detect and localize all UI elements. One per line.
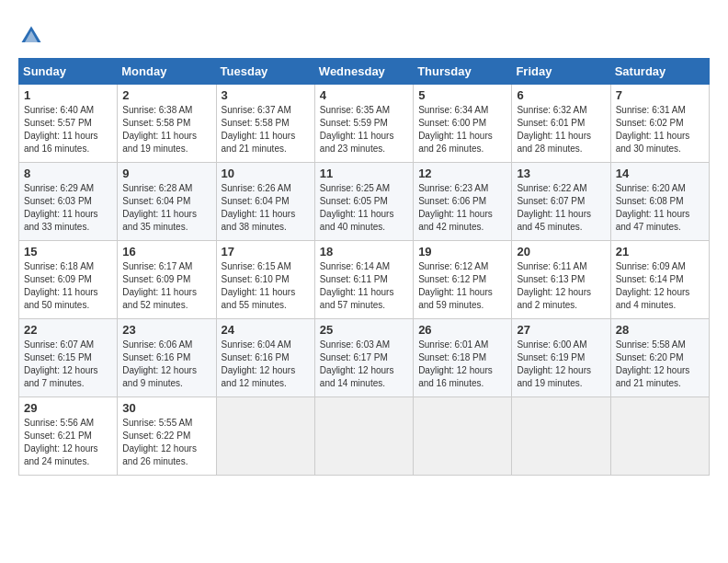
week-row: 29 Sunrise: 5:56 AMSunset: 6:21 PMDaylig… bbox=[19, 397, 710, 476]
logo bbox=[18, 23, 48, 49]
table-row: 25 Sunrise: 6:03 AMSunset: 6:17 PMDaylig… bbox=[314, 319, 413, 397]
col-sunday: Sunday bbox=[19, 59, 118, 85]
calendar-table: Sunday Monday Tuesday Wednesday Thursday… bbox=[18, 58, 710, 476]
table-row: 19 Sunrise: 6:12 AMSunset: 6:12 PMDaylig… bbox=[414, 241, 512, 319]
col-saturday: Saturday bbox=[610, 59, 709, 85]
table-row: 4 Sunrise: 6:35 AMSunset: 5:59 PMDayligh… bbox=[314, 85, 413, 163]
week-row: 8 Sunrise: 6:29 AMSunset: 6:03 PMDayligh… bbox=[19, 163, 710, 241]
table-row: 12 Sunrise: 6:23 AMSunset: 6:06 PMDaylig… bbox=[414, 163, 512, 241]
col-wednesday: Wednesday bbox=[314, 59, 413, 85]
table-row: 7 Sunrise: 6:31 AMSunset: 6:02 PMDayligh… bbox=[610, 85, 709, 163]
col-thursday: Thursday bbox=[414, 59, 512, 85]
page-header bbox=[18, 18, 710, 49]
table-row: 3 Sunrise: 6:37 AMSunset: 5:58 PMDayligh… bbox=[216, 85, 314, 163]
empty-cell bbox=[314, 397, 413, 476]
week-row: 15 Sunrise: 6:18 AMSunset: 6:09 PMDaylig… bbox=[19, 241, 710, 319]
table-row: 8 Sunrise: 6:29 AMSunset: 6:03 PMDayligh… bbox=[19, 163, 118, 241]
table-row: 28 Sunrise: 5:58 AMSunset: 6:20 PMDaylig… bbox=[610, 319, 709, 397]
logo-icon bbox=[18, 23, 44, 49]
table-row: 29 Sunrise: 5:56 AMSunset: 6:21 PMDaylig… bbox=[19, 397, 118, 476]
empty-cell bbox=[512, 397, 610, 476]
table-row: 18 Sunrise: 6:14 AMSunset: 6:11 PMDaylig… bbox=[314, 241, 413, 319]
empty-cell bbox=[216, 397, 314, 476]
table-row: 22 Sunrise: 6:07 AMSunset: 6:15 PMDaylig… bbox=[19, 319, 118, 397]
table-row: 9 Sunrise: 6:28 AMSunset: 6:04 PMDayligh… bbox=[118, 163, 216, 241]
week-row: 1 Sunrise: 6:40 AMSunset: 5:57 PMDayligh… bbox=[19, 85, 710, 163]
col-tuesday: Tuesday bbox=[216, 59, 314, 85]
table-row: 21 Sunrise: 6:09 AMSunset: 6:14 PMDaylig… bbox=[610, 241, 709, 319]
table-row: 1 Sunrise: 6:40 AMSunset: 5:57 PMDayligh… bbox=[19, 85, 118, 163]
table-row: 13 Sunrise: 6:22 AMSunset: 6:07 PMDaylig… bbox=[512, 163, 610, 241]
table-row: 24 Sunrise: 6:04 AMSunset: 6:16 PMDaylig… bbox=[216, 319, 314, 397]
empty-cell bbox=[414, 397, 512, 476]
table-row: 11 Sunrise: 6:25 AMSunset: 6:05 PMDaylig… bbox=[314, 163, 413, 241]
empty-cell bbox=[610, 397, 709, 476]
table-row: 26 Sunrise: 6:01 AMSunset: 6:18 PMDaylig… bbox=[414, 319, 512, 397]
col-friday: Friday bbox=[512, 59, 610, 85]
table-row: 16 Sunrise: 6:17 AMSunset: 6:09 PMDaylig… bbox=[118, 241, 216, 319]
table-row: 17 Sunrise: 6:15 AMSunset: 6:10 PMDaylig… bbox=[216, 241, 314, 319]
week-row: 22 Sunrise: 6:07 AMSunset: 6:15 PMDaylig… bbox=[19, 319, 710, 397]
table-row: 20 Sunrise: 6:11 AMSunset: 6:13 PMDaylig… bbox=[512, 241, 610, 319]
table-row: 5 Sunrise: 6:34 AMSunset: 6:00 PMDayligh… bbox=[414, 85, 512, 163]
table-row: 10 Sunrise: 6:26 AMSunset: 6:04 PMDaylig… bbox=[216, 163, 314, 241]
table-row: 2 Sunrise: 6:38 AMSunset: 5:58 PMDayligh… bbox=[118, 85, 216, 163]
table-row: 14 Sunrise: 6:20 AMSunset: 6:08 PMDaylig… bbox=[610, 163, 709, 241]
table-row: 23 Sunrise: 6:06 AMSunset: 6:16 PMDaylig… bbox=[118, 319, 216, 397]
table-row: 30 Sunrise: 5:55 AMSunset: 6:22 PMDaylig… bbox=[118, 397, 216, 476]
table-row: 6 Sunrise: 6:32 AMSunset: 6:01 PMDayligh… bbox=[512, 85, 610, 163]
table-row: 27 Sunrise: 6:00 AMSunset: 6:19 PMDaylig… bbox=[512, 319, 610, 397]
table-row: 15 Sunrise: 6:18 AMSunset: 6:09 PMDaylig… bbox=[19, 241, 118, 319]
header-row: Sunday Monday Tuesday Wednesday Thursday… bbox=[19, 59, 710, 85]
col-monday: Monday bbox=[118, 59, 216, 85]
